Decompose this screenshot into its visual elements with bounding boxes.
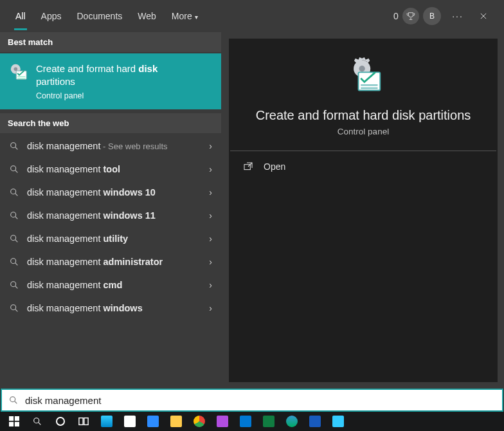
detail-subtitle: Control panel — [229, 127, 498, 136]
app-icon — [217, 416, 228, 427]
svg-point-13 — [359, 66, 364, 71]
chevron-right-icon: › — [209, 187, 212, 197]
chevron-right-icon: › — [209, 303, 212, 313]
web-result-item[interactable]: disk management cmd› — [0, 273, 221, 297]
web-result-item[interactable]: disk management tool› — [0, 158, 221, 181]
web-result-text: disk management windows 10 — [27, 187, 156, 197]
web-result-item[interactable]: disk management windows› — [0, 297, 221, 320]
zoom-app[interactable] — [143, 412, 163, 430]
task-view-button[interactable] — [73, 412, 94, 430]
search-icon — [32, 416, 42, 426]
close-button[interactable] — [471, 3, 496, 29]
chrome-icon — [194, 416, 205, 427]
detail-panel: Create and format hard disk partitions C… — [229, 39, 498, 382]
open-label: Open — [264, 161, 285, 172]
store-app[interactable] — [120, 412, 140, 430]
search-bar[interactable] — [1, 389, 503, 412]
svg-point-11 — [11, 281, 16, 286]
unknown-app-1[interactable] — [212, 412, 233, 430]
results-panel: Best match Create and format hard disk — [0, 32, 221, 389]
chevron-right-icon: › — [209, 257, 212, 267]
detail-icon — [344, 57, 382, 95]
svg-point-23 — [34, 418, 39, 423]
svg-point-1 — [14, 68, 18, 71]
svg-rect-24 — [79, 418, 83, 425]
mail-app[interactable] — [96, 412, 117, 430]
avatar-initial: B — [423, 7, 441, 25]
search-tabs: All Apps Documents Web More▾ 0 B ··· — [0, 0, 504, 32]
web-result-item[interactable]: disk management administrator› — [0, 250, 221, 273]
excel-icon — [263, 416, 274, 427]
svg-point-9 — [11, 235, 16, 240]
edge-app[interactable] — [282, 412, 302, 430]
web-result-text: disk management utility — [27, 234, 128, 244]
svg-point-5 — [11, 142, 16, 147]
web-result-item[interactable]: disk management windows 11› — [0, 204, 221, 227]
svg-rect-3 — [17, 77, 25, 77]
search-input[interactable] — [25, 395, 496, 406]
control-panel-icon — [9, 62, 28, 82]
edge-icon — [286, 416, 298, 427]
store-icon — [124, 416, 136, 427]
search-icon — [9, 257, 19, 267]
outlook-icon — [240, 416, 251, 427]
svg-point-18 — [10, 397, 15, 402]
monitor-icon — [332, 416, 344, 427]
section-best-match: Best match — [0, 32, 221, 52]
mail-icon — [101, 416, 113, 427]
tab-documents[interactable]: Documents — [69, 2, 130, 30]
svg-rect-20 — [15, 416, 19, 421]
rewards-count[interactable]: 0 — [393, 3, 419, 29]
open-action[interactable]: Open — [229, 151, 498, 182]
excel-app[interactable] — [258, 412, 279, 430]
svg-rect-22 — [15, 422, 19, 426]
tab-more-label: More — [172, 11, 192, 21]
best-match-title: Create and format hard disk partitions — [36, 62, 158, 89]
svg-point-8 — [11, 212, 16, 217]
svg-rect-19 — [9, 416, 14, 421]
search-icon — [9, 141, 19, 151]
monitor-app[interactable] — [328, 412, 348, 430]
web-result-text: disk management administrator — [27, 257, 163, 267]
chrome-app[interactable] — [189, 412, 210, 430]
task-view-icon — [78, 416, 89, 426]
search-taskbar-button[interactable] — [27, 412, 48, 430]
word-icon — [309, 416, 321, 427]
svg-point-10 — [11, 258, 16, 263]
rewards-count-value: 0 — [393, 11, 399, 21]
outlook-app[interactable] — [235, 412, 256, 430]
windows-icon — [9, 416, 19, 426]
web-result-item[interactable]: disk management windows 10› — [0, 181, 221, 204]
cortana-button[interactable] — [50, 412, 71, 430]
best-match-item[interactable]: Create and format hard disk partitions C… — [0, 53, 221, 109]
web-result-text: disk management cmd — [27, 280, 122, 290]
web-result-item[interactable]: disk management utility› — [0, 227, 221, 250]
user-avatar[interactable]: B — [419, 3, 445, 29]
start-button[interactable] — [4, 412, 24, 430]
chevron-down-icon: ▾ — [195, 14, 198, 21]
search-icon — [9, 303, 19, 313]
search-icon — [9, 210, 19, 221]
zoom-icon — [147, 416, 159, 427]
svg-rect-25 — [84, 418, 88, 425]
svg-rect-21 — [9, 422, 14, 426]
search-icon — [9, 187, 19, 197]
tab-more[interactable]: More▾ — [164, 2, 206, 30]
svg-point-12 — [11, 304, 16, 309]
explorer-app[interactable] — [166, 412, 186, 430]
tab-all[interactable]: All — [8, 2, 33, 30]
taskbar — [0, 412, 504, 431]
web-result-text: disk management windows 11 — [27, 210, 156, 221]
more-options-button[interactable]: ··· — [445, 3, 471, 29]
chevron-right-icon: › — [209, 141, 212, 151]
svg-rect-16 — [361, 87, 377, 89]
tab-apps[interactable]: Apps — [33, 2, 69, 30]
web-result-item[interactable]: disk management - See web results› — [0, 134, 221, 158]
word-app[interactable] — [305, 412, 325, 430]
section-search-web: Search the web — [0, 113, 221, 133]
tab-web[interactable]: Web — [130, 2, 164, 30]
svg-rect-4 — [17, 78, 25, 78]
cortana-icon — [56, 417, 65, 426]
best-match-subtitle: Control panel — [36, 91, 158, 100]
open-icon — [243, 161, 253, 172]
